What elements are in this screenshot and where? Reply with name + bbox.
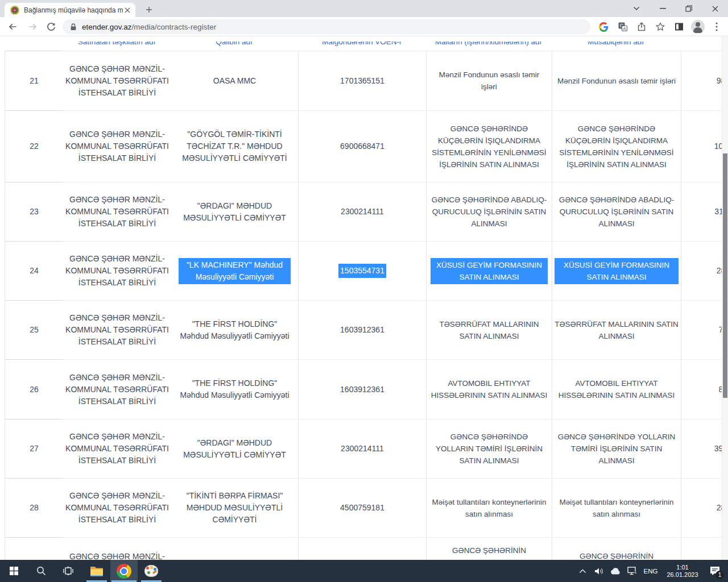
- lock-icon[interactable]: [69, 23, 77, 31]
- restore-button[interactable]: [676, 0, 702, 17]
- selected-text: 1503554731: [338, 264, 386, 278]
- reload-icon[interactable]: [44, 20, 58, 34]
- site-favicon-icon: [10, 6, 19, 15]
- window-controls: [623, 0, 728, 17]
- start-icon: [10, 567, 18, 575]
- paint-button[interactable]: [138, 560, 165, 582]
- task-view-icon: [63, 567, 73, 575]
- url-domain: etender.gov.az: [82, 23, 132, 31]
- url-path: /media/contracts-register: [132, 23, 217, 31]
- file-explorer-icon: [90, 566, 104, 577]
- start-button[interactable]: [0, 560, 27, 582]
- header-voen[interactable]: Malgöndərənin VÖEN-i: [297, 41, 425, 51]
- new-tab-button[interactable]: [143, 4, 155, 15]
- system-tray: ENG 1:01 26.01.2023 1: [576, 560, 728, 582]
- language-indicator[interactable]: ENG: [642, 568, 660, 575]
- tab-close-icon[interactable]: [123, 6, 132, 15]
- side-panel-icon[interactable]: [669, 19, 688, 34]
- table-row-selected: 24 GƏNCƏ ŞƏHƏR MƏNZİL-KOMMUNAL TƏSƏRRÜFA…: [5, 241, 728, 300]
- browser-toolbar: etender.gov.az/media/contracts-register …: [0, 17, 728, 36]
- onedrive-cloud-icon[interactable]: [609, 560, 623, 582]
- svg-text:A: A: [623, 26, 626, 31]
- header-tender[interactable]: Müsabiqənin adı: [551, 41, 680, 51]
- table-row: 21 GƏNCƏ ŞƏHƏR MƏNZİL-KOMMUNAL TƏSƏRRÜFA…: [5, 51, 728, 110]
- screen: Bağlanmış müqavilə haqqında mə: [0, 0, 728, 582]
- table-row: 25 GƏNCƏ ŞƏHƏR MƏNZİL-KOMMUNAL TƏSƏRRÜFA…: [5, 300, 728, 359]
- forward-icon[interactable]: [26, 20, 40, 34]
- table-row: 28 GƏNCƏ ŞƏHƏR MƏNZİL-KOMMUNAL TƏSƏRRÜFA…: [5, 478, 728, 537]
- profile-avatar[interactable]: [688, 19, 707, 34]
- selected-text: XÜSUSİ GEYİM FORMASININ SATIN ALINMASI: [431, 258, 548, 284]
- selected-text: XÜSUSİ GEYİM FORMASININ SATIN ALINMASI: [555, 258, 679, 284]
- header-goods[interactable]: Malların (işlərin/xidmətlərin) adı: [425, 41, 551, 51]
- toolbar-actions: GA: [594, 19, 726, 34]
- contracts-table: 21 GƏNCƏ ŞƏHƏR MƏNZİL-KOMMUNAL TƏSƏRRÜFA…: [5, 51, 728, 560]
- translate-icon[interactable]: GA: [613, 19, 632, 34]
- table-row: 22 GƏNCƏ ŞƏHƏR MƏNZİL-KOMMUNAL TƏSƏRRÜFA…: [5, 110, 728, 182]
- notification-badge: 1: [715, 571, 724, 579]
- search-icon: [36, 566, 46, 576]
- clock-date: 26.01.2023: [667, 571, 698, 578]
- selected-text: "LK MACHINERY" Məhdud Məsuliyyətli Cəmiy…: [179, 258, 291, 284]
- url-text: etender.gov.az/media/contracts-register: [82, 23, 216, 31]
- paint-icon: [144, 565, 158, 577]
- google-g-icon[interactable]: [594, 19, 613, 34]
- browser-tab[interactable]: Bağlanmış müqavilə haqqında mə: [5, 3, 135, 17]
- share-icon[interactable]: [632, 19, 651, 34]
- hidden-icons-chevron-icon[interactable]: [576, 560, 590, 582]
- close-window-button[interactable]: [702, 0, 728, 17]
- action-center-button[interactable]: 1: [705, 560, 725, 582]
- chrome-taskbar-button[interactable]: [110, 560, 138, 582]
- table-header-row: Satınalan təşkilatın adı Qalibin adı Mal…: [5, 41, 728, 51]
- back-icon[interactable]: [6, 20, 19, 34]
- tab-title: Bağlanmış müqavilə haqqında mə: [24, 6, 123, 14]
- network-icon[interactable]: [625, 560, 639, 582]
- header-num: [5, 41, 63, 51]
- tab-search-chevron-icon[interactable]: [623, 0, 650, 17]
- vertical-scrollbar[interactable]: [722, 36, 728, 560]
- taskbar: ENG 1:01 26.01.2023 1: [0, 560, 728, 582]
- header-org[interactable]: Satınalan təşkilatın adı: [63, 41, 171, 51]
- header-amount: [680, 41, 728, 51]
- url-bar[interactable]: etender.gov.az/media/contracts-register: [63, 19, 590, 34]
- file-explorer-button[interactable]: [83, 560, 110, 582]
- table-row-partial: GƏNCƏ ŞƏHƏR MƏNZİL- GƏNCƏ ŞƏHƏRİNİN GƏNC…: [5, 537, 728, 560]
- table-row: 23 GƏNCƏ ŞƏHƏR MƏNZİL-KOMMUNAL TƏSƏRRÜFA…: [5, 182, 728, 241]
- task-view-button[interactable]: [55, 560, 82, 582]
- page-content: Satınalan təşkilatın adı Qalibin adı Mal…: [0, 36, 728, 560]
- scrollbar-thumb[interactable]: [723, 153, 727, 398]
- tab-strip: Bağlanmış müqavilə haqqında mə: [0, 0, 728, 17]
- chrome-icon: [117, 564, 131, 579]
- taskbar-search-button[interactable]: [27, 560, 55, 582]
- header-winner[interactable]: Qalibin adı: [171, 41, 297, 51]
- minimize-button[interactable]: [650, 0, 676, 17]
- clock-time: 1:01: [676, 564, 688, 571]
- bookmark-star-icon[interactable]: [651, 19, 669, 34]
- speaker-icon[interactable]: [592, 560, 606, 582]
- table-row: 27 GƏNCƏ ŞƏHƏR MƏNZİL-KOMMUNAL TƏSƏRRÜFA…: [5, 419, 728, 478]
- table-row: 26 GƏNCƏ ŞƏHƏR MƏNZİL-KOMMUNAL TƏSƏRRÜFA…: [5, 359, 728, 419]
- kebab-menu-icon[interactable]: [707, 19, 726, 34]
- taskbar-clock[interactable]: 1:01 26.01.2023: [662, 564, 703, 579]
